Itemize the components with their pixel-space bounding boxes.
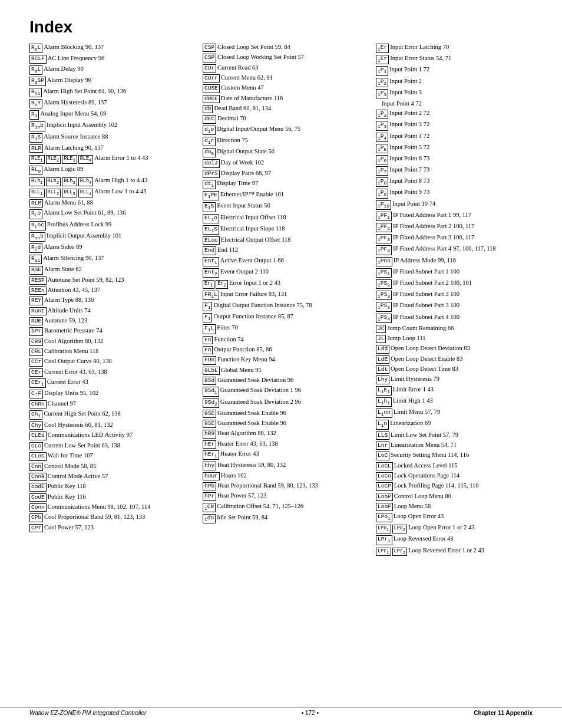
- list-item: Ent2 Event Output 2 110: [203, 267, 365, 278]
- tag: dREE: [203, 95, 220, 103]
- tag: CEr: [29, 368, 43, 377]
- tag: Ronb: [29, 232, 45, 242]
- tag: 1CR: [203, 503, 216, 512]
- tag: R1S: [29, 133, 42, 143]
- list-item: 1PF2 IP Fixed Address Part 2 100, 117: [376, 222, 538, 232]
- list-item: Fn Output Function 85, 86: [203, 345, 365, 354]
- list-item: 1P2 Input Point 2: [376, 77, 538, 87]
- tag: Lhy: [376, 375, 389, 384]
- tag: hoUr: [203, 472, 220, 480]
- tag: E1S: [203, 202, 216, 212]
- tag: d1o: [203, 126, 216, 135]
- list-item: Lhy Limit Hysteresis 79: [376, 374, 538, 384]
- tag: RLL3: [62, 189, 77, 197]
- list-item: L1nn Limit Menu 57, 79: [376, 407, 538, 418]
- tag: RdL: [29, 65, 42, 75]
- list-item: dEC Decimal 70: [203, 114, 365, 123]
- tag: db: [203, 105, 213, 113]
- footer-chapter: Chapter 11 Appendix: [474, 710, 533, 716]
- tag: RESP: [29, 276, 47, 285]
- tag: F1L: [203, 324, 216, 334]
- list-item: d1o Digital Input/Output Menu 56, 75: [203, 124, 365, 135]
- list-item: 95d Guaranteed Soak Deviation 96: [203, 375, 365, 385]
- list-item: RLL1RLL2RLL3RLL4 Alarm Low 1 to 4 43: [29, 187, 192, 197]
- list-item: Conn Communications Menu 98, 102, 107, 1…: [29, 502, 192, 512]
- tag: hR9: [203, 430, 216, 438]
- list-item: C‑F Display Units 95, 102: [29, 388, 192, 398]
- list-item: RLoc Profibus Address Lock 99: [29, 220, 192, 230]
- list-item: F1 Digital Output Function Instance 75, …: [203, 301, 365, 311]
- tag: F1: [203, 302, 212, 311]
- list-item: L1h1 Limit High 1 43: [376, 396, 538, 407]
- tag: RLE1: [29, 155, 45, 164]
- tag: L1n: [376, 420, 389, 429]
- list-item: CRL Calibration Menu 118: [29, 347, 192, 356]
- tag: RbL: [29, 44, 42, 53]
- list-item: LPr1 Loop Reversed Error 43: [376, 534, 538, 545]
- list-item: 1P6 Input Point 6 73: [376, 154, 538, 164]
- list-item: R1 Analog Input Menu 54, 69: [29, 109, 192, 120]
- tag: RCLF: [29, 55, 47, 63]
- page-footer: Watlow EZ-ZONE® PM Integrated Controller…: [0, 707, 562, 716]
- list-item: ChRn Channel 97: [29, 399, 192, 409]
- tag: Ldd: [376, 345, 389, 353]
- list-item: Ldd Open Loop Detect Deviation 83: [376, 344, 538, 353]
- tag: RLL2: [46, 189, 61, 197]
- list-item: do5 Digital Output State 56: [203, 147, 365, 157]
- tag: LLS: [376, 431, 389, 440]
- tag: hPb: [203, 482, 216, 490]
- list-item: d1r Direction 75: [203, 136, 365, 146]
- tag: Cnn: [29, 463, 43, 471]
- tag: 1Pnn: [376, 257, 392, 266]
- tag: Conn: [29, 503, 47, 512]
- tag: LPo2: [392, 525, 408, 533]
- tag: 95E: [203, 410, 216, 418]
- tag: 1dS: [203, 514, 216, 523]
- tag: CCr: [29, 358, 43, 366]
- tag: 95d1: [203, 387, 219, 396]
- tag: LoCo: [376, 472, 393, 480]
- tag: C‑F: [29, 390, 43, 398]
- tag: RLo: [29, 209, 42, 219]
- tag: CodE: [29, 493, 47, 502]
- list-item: 95E Guaranteed Soak Enable 96: [203, 409, 365, 418]
- list-item: 95E Guaranteed Soak Enable 96: [203, 419, 365, 428]
- tag: CUrr: [203, 74, 220, 83]
- tag: RS1: [29, 255, 42, 264]
- list-item: F1L Filter 70: [203, 323, 365, 334]
- list-item: FUn Function Key Menu 94: [203, 355, 365, 364]
- tag: hPr: [203, 492, 216, 500]
- list-item: LoCP Lock Profiling Page 114, 115, 116: [376, 481, 538, 490]
- list-item: 1Er Input Error Latching 70: [376, 42, 538, 53]
- list-item: RS1 Alarm Silencing 90, 137: [29, 253, 192, 264]
- tag: LooP: [376, 493, 393, 501]
- list-item: LPo1LPo2 Loop Open Error 1 or 2 43: [376, 523, 538, 533]
- list-item: 1PF4 IP Fixed Address Part 4 97, 100, 11…: [376, 244, 538, 255]
- column-3: 1Er Input Error Latching 70 1Er Input Er…: [376, 42, 538, 556]
- list-item: JC Jump Count Remaining 66: [376, 324, 538, 333]
- list-item: CEr Current Error 43, 63, 138: [29, 367, 192, 377]
- list-item: RLh1RLh2RLh3RLh4 Alarm High 1 to 4 43: [29, 176, 192, 186]
- list-item: REY Alarm Type 88, 136: [29, 295, 192, 305]
- tag: REEn: [29, 286, 47, 295]
- tag: RSE: [29, 266, 43, 274]
- index-columns: RbL Alarm Blocking 90, 137 RCLF AC Line …: [29, 42, 538, 556]
- list-item: CR9 Cool Algorithm 80, 132: [29, 337, 192, 346]
- tag: 1PS2: [376, 279, 392, 289]
- list-item: CUrr Current Menu 62, 91: [203, 73, 365, 83]
- list-item: Runt Altitude Units 74: [29, 306, 192, 315]
- tag: RLh1: [29, 177, 45, 186]
- list-item: LLS Limit Low Set Point 57, 79: [376, 430, 538, 440]
- tag: LPo1: [376, 513, 392, 522]
- tag: LoC: [376, 452, 389, 460]
- list-item: RdSP Alarm Display 90: [29, 75, 192, 86]
- tag: CSP: [203, 44, 216, 52]
- tag: RLh2: [46, 177, 61, 186]
- tag: 1P10: [376, 200, 391, 210]
- list-item: 1PS3 IP Fixed Subnet Part 3 100: [376, 289, 538, 300]
- tag: 1P4: [376, 133, 388, 142]
- tag: RUE: [29, 317, 43, 325]
- tag: LPo1: [376, 525, 391, 533]
- tag: 1P8: [376, 177, 388, 187]
- tag: 1P3: [376, 89, 388, 98]
